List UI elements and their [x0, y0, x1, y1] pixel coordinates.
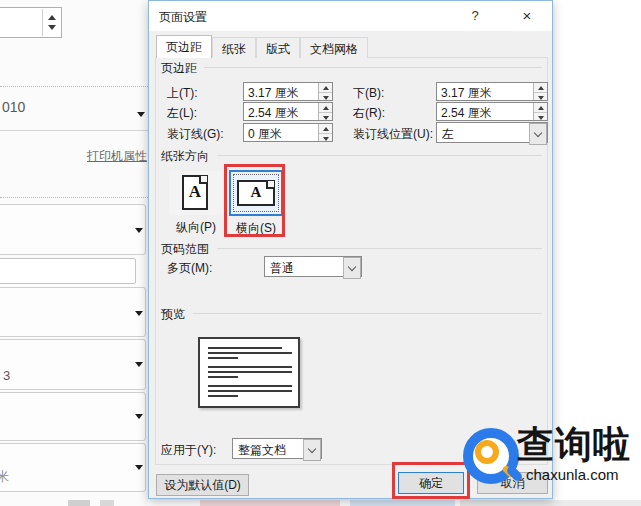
portrait-page-icon: A [182, 175, 208, 210]
multiple-pages-combo[interactable]: 普通 [264, 256, 362, 277]
gutter-field[interactable]: 0 厘米 [243, 123, 333, 142]
orientation-portrait-label[interactable]: 纵向(P) [169, 219, 223, 236]
dropdown-arrow-icon [135, 311, 143, 316]
gutter-position-label: 装订线位置(U): [353, 126, 433, 143]
spinner-buttons[interactable] [318, 103, 332, 120]
spinner-buttons[interactable] [533, 103, 547, 120]
tab-layout[interactable]: 版式 [256, 37, 300, 58]
copies-spinner[interactable] [0, 7, 62, 38]
dropdown-arrow-icon [135, 465, 143, 470]
dropdown-arrow-icon[interactable] [137, 112, 145, 117]
multiple-pages-value: 普通 [270, 260, 294, 277]
background-fragment [460, 500, 641, 506]
spin-up-icon [323, 127, 329, 131]
margin-top-label: 上(T): [167, 85, 198, 102]
annotation-rect-ok [392, 462, 470, 499]
spin-up-icon [323, 106, 329, 110]
pages-group-label: 页码范围 [161, 241, 215, 258]
apply-to-combo[interactable]: 整篇文档 [232, 438, 322, 459]
gutter-position-combo[interactable]: 左 [436, 122, 548, 143]
printer-row-border [0, 130, 148, 131]
screenshot-root: 010 打印机属性 3 米 页面设置 ? × [0, 0, 641, 506]
background-fragment [350, 500, 455, 506]
margin-bottom-value: 3.17 厘米 [441, 85, 492, 102]
spin-up-icon [323, 86, 329, 90]
preview-group-label: 预览 [161, 306, 191, 323]
background-fragment [200, 500, 340, 506]
dropdown-arrow-icon [135, 228, 143, 233]
spinner-buttons[interactable] [318, 124, 332, 141]
dropdown-arrow-icon [135, 362, 143, 367]
preview-thumbnail [198, 337, 300, 408]
pages-input[interactable] [0, 258, 136, 284]
gutter-position-value: 左 [442, 126, 454, 143]
close-icon[interactable]: × [508, 1, 546, 31]
gutter-value: 0 厘米 [248, 126, 282, 143]
group-line [193, 313, 542, 314]
gutter-label: 装订线(G): [167, 126, 224, 143]
printer-name-partial: 010 [2, 99, 25, 115]
backstage-panel: 010 打印机属性 3 米 [0, 0, 148, 506]
spin-down-icon [538, 116, 544, 120]
spin-up-icon [48, 15, 56, 20]
group-line [204, 67, 542, 68]
orientation-group-label: 纸张方向 [161, 148, 215, 165]
spin-up-icon [538, 86, 544, 90]
printer-properties-link[interactable]: 打印机属性 [87, 148, 147, 165]
tab-paper[interactable]: 纸张 [212, 37, 256, 58]
margin-left-value: 2.54 厘米 [248, 105, 299, 122]
chevron-down-icon [308, 445, 316, 453]
margins-group-label: 页边距 [161, 60, 203, 77]
tab-strip: 页边距 纸张 版式 文档网格 [156, 35, 368, 58]
spinner-buttons[interactable] [318, 83, 332, 100]
print-setting-dropdown[interactable] [0, 392, 146, 441]
chaxunla-logo-icon [463, 428, 519, 484]
margin-left-label: 左(L): [167, 105, 197, 122]
apply-to-label: 应用于(Y): [161, 442, 216, 459]
margin-right-field[interactable]: 2.54 厘米 [436, 102, 548, 121]
margin-right-label: 右(R): [353, 105, 385, 122]
print-setting-dropdown[interactable] [0, 287, 146, 337]
separator [0, 197, 148, 198]
combo-button[interactable] [529, 123, 547, 145]
background-fragment [100, 500, 114, 506]
combo-button[interactable] [303, 439, 321, 461]
print-setting-dropdown[interactable] [0, 339, 146, 390]
margin-top-value: 3.17 厘米 [248, 85, 299, 102]
spinner-buttons[interactable] [533, 83, 547, 100]
spin-down-icon [323, 137, 329, 141]
spin-up-icon [538, 106, 544, 110]
spin-down-icon [48, 25, 56, 30]
watermark-domain: chaxunla.com [526, 466, 619, 483]
background-fragment [68, 500, 90, 506]
dropdown-arrow-icon [135, 414, 143, 419]
print-setting-dropdown[interactable] [0, 204, 146, 255]
setting-text-partial: 米 [0, 468, 9, 486]
spin-down-icon [538, 96, 544, 100]
setting-text-partial: 3 [3, 368, 10, 383]
spin-down-icon [323, 96, 329, 100]
dialog-titlebar[interactable]: 页面设置 ? × [149, 1, 552, 31]
chevron-down-icon [534, 129, 542, 137]
spin-down-icon [323, 116, 329, 120]
margin-bottom-field[interactable]: 3.17 厘米 [436, 82, 548, 101]
set-default-button[interactable]: 设为默认值(D) [156, 474, 249, 496]
help-button[interactable]: ? [456, 1, 494, 31]
margin-right-value: 2.54 厘米 [441, 105, 492, 122]
print-setting-dropdown[interactable] [0, 443, 146, 492]
separator [0, 86, 148, 87]
multiple-pages-label: 多页(M): [167, 260, 212, 277]
apply-to-value: 整篇文档 [238, 442, 286, 459]
tab-margins[interactable]: 页边距 [156, 35, 212, 58]
chevron-down-icon [348, 263, 356, 271]
combo-button[interactable] [343, 257, 361, 279]
margin-top-field[interactable]: 3.17 厘米 [243, 82, 333, 101]
orientation-portrait-button[interactable]: A [169, 171, 223, 215]
tab-document-grid[interactable]: 文档网格 [300, 37, 368, 58]
margin-left-field[interactable]: 2.54 厘米 [243, 102, 333, 121]
group-line [217, 155, 542, 156]
copies-spinner-buttons[interactable] [42, 9, 60, 36]
annotation-rect-landscape [224, 164, 285, 237]
margin-bottom-label: 下(B): [353, 85, 384, 102]
watermark-brand: 查询啦 [517, 420, 631, 470]
